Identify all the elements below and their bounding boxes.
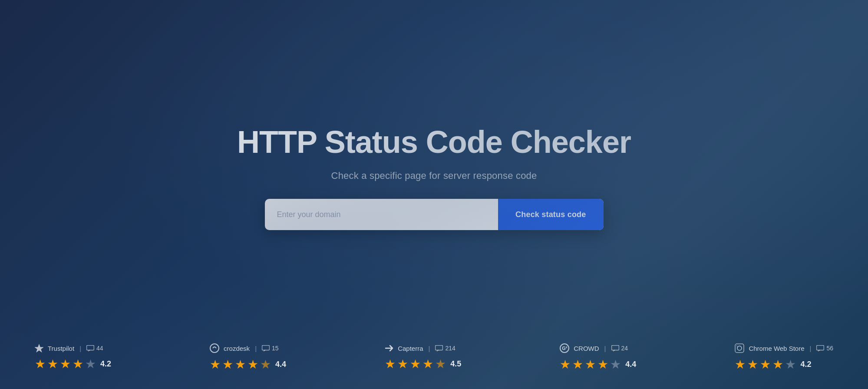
star-2: ★ (47, 357, 58, 371)
svg-rect-4 (436, 345, 443, 350)
star-2: ★ (222, 357, 233, 372)
chrome-score: 4.2 (800, 360, 811, 369)
svg-marker-0 (35, 344, 43, 353)
star-4: ★ (248, 357, 258, 372)
capterra-stars: ★ ★ ★ ★ ★ 4.5 (385, 357, 461, 371)
star-empty: ★ (785, 357, 796, 372)
g2-score: 4.4 (625, 360, 636, 369)
rating-header-crozdesk: crozdesk | 15 (210, 343, 279, 353)
crozdesk-label: crozdesk (224, 345, 250, 352)
svg-point-7 (737, 346, 742, 350)
star-half: ★ (73, 357, 83, 371)
trustpilot-count: 44 (96, 345, 103, 352)
rating-capterra: Capterra | 214 ★ ★ ★ ★ ★ 4.5 (385, 344, 461, 371)
capterra-review-icon: 214 (435, 345, 455, 352)
divider-2: | (255, 345, 257, 352)
svg-rect-3 (262, 345, 270, 350)
svg-point-2 (210, 344, 219, 353)
svg-rect-5 (611, 345, 619, 350)
star-2: ★ (397, 357, 408, 371)
divider-3: | (429, 345, 430, 352)
star-3: ★ (410, 357, 421, 371)
rating-g2crowd: G² CROWD | 24 ★ ★ ★ ★ ★ 4.4 (560, 343, 636, 372)
chrome-label: Chrome Web Store (749, 345, 804, 352)
rating-crozdesk: crozdesk | 15 ★ ★ ★ ★ ★ 4.4 (210, 343, 286, 372)
check-status-button[interactable]: Check status code (498, 199, 603, 230)
svg-rect-1 (87, 345, 94, 350)
trustpilot-icon (35, 344, 43, 353)
trustpilot-score: 4.2 (100, 359, 111, 369)
chrome-count: 56 (826, 345, 833, 352)
star-4: ★ (597, 357, 608, 372)
crozdesk-count: 15 (272, 345, 279, 352)
star-4: ★ (772, 357, 783, 372)
star-empty: ★ (610, 357, 621, 372)
star-3: ★ (760, 357, 771, 372)
rating-header-trustpilot: Trustpilot | 44 (35, 344, 103, 353)
chrome-icon (735, 343, 744, 353)
divider-5: | (809, 345, 811, 352)
capterra-icon (385, 344, 393, 353)
trustpilot-review-icon: 44 (86, 345, 103, 352)
star-1: ★ (735, 357, 746, 372)
star-1: ★ (210, 357, 221, 372)
rating-header-g2: G² CROWD | 24 (560, 343, 628, 353)
star-3: ★ (585, 357, 596, 372)
page-subtitle: Check a specific page for server respons… (331, 170, 537, 181)
star-half: ★ (260, 357, 271, 372)
star-3: ★ (235, 357, 246, 372)
search-form: Check status code (265, 199, 604, 230)
crozdesk-score: 4.4 (275, 360, 286, 369)
page-title: HTTP Status Code Checker (237, 124, 631, 160)
star-2: ★ (747, 357, 758, 372)
star-1: ★ (560, 357, 571, 372)
star-1: ★ (35, 357, 46, 371)
star-3: ★ (60, 357, 71, 371)
rating-header-capterra: Capterra | 214 (385, 344, 455, 353)
crozdesk-icon (210, 343, 219, 353)
rating-header-chrome: Chrome Web Store | 56 (735, 343, 833, 353)
chrome-stars: ★ ★ ★ ★ ★ 4.2 (735, 357, 811, 372)
rating-trustpilot: Trustpilot | 44 ★ ★ ★ ★ ★ 4.2 (35, 344, 111, 371)
hero-section: HTTP Status Code Checker Check a specifi… (0, 124, 868, 230)
divider-1: | (79, 345, 81, 352)
divider-4: | (604, 345, 606, 352)
crozdesk-review-icon: 15 (262, 345, 279, 352)
capterra-count: 214 (445, 345, 455, 352)
domain-input[interactable] (265, 199, 498, 230)
capterra-label: Capterra (398, 345, 423, 352)
svg-rect-9 (817, 345, 824, 350)
star-half: ★ (435, 357, 446, 371)
ratings-section: Trustpilot | 44 ★ ★ ★ ★ ★ 4.2 (0, 326, 868, 389)
star-empty: ★ (85, 357, 96, 371)
trustpilot-stars: ★ ★ ★ ★ ★ 4.2 (35, 357, 111, 371)
crozdesk-stars: ★ ★ ★ ★ ★ 4.4 (210, 357, 286, 372)
g2-count: 24 (621, 345, 628, 352)
g2-label: CROWD (574, 345, 599, 352)
g2-icon: G² (560, 343, 569, 353)
capterra-score: 4.5 (450, 359, 461, 369)
rating-chrome: Chrome Web Store | 56 ★ ★ ★ ★ ★ 4.2 (735, 343, 833, 372)
chrome-review-icon: 56 (816, 345, 833, 352)
star-4: ★ (422, 357, 433, 371)
star-1: ★ (385, 357, 396, 371)
trustpilot-label: Trustpilot (48, 345, 74, 352)
star-2: ★ (572, 357, 583, 372)
svg-line-8 (736, 345, 738, 347)
g2-stars: ★ ★ ★ ★ ★ 4.4 (560, 357, 636, 372)
g2-review-icon: 24 (611, 345, 628, 352)
